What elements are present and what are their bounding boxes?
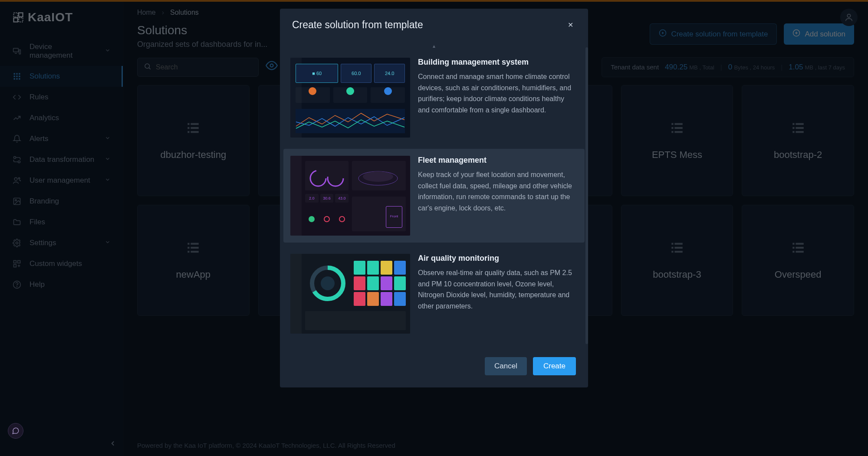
template-title: Building management system	[418, 58, 576, 67]
modal-scrollbar[interactable]	[585, 47, 588, 344]
template-description: Observe real-time air quality data, such…	[418, 267, 576, 312]
template-option[interactable]: ■ 6060.024.0 Building management system …	[283, 51, 585, 144]
svg-point-112	[328, 171, 343, 186]
modal-create-button[interactable]: Create	[533, 357, 576, 375]
modal-title: Create solution from template	[292, 19, 423, 31]
template-description: Connect and manage smart home climate co…	[418, 71, 576, 115]
modal-close-button[interactable]: ✕	[565, 19, 576, 31]
chat-support-button[interactable]	[8, 423, 23, 439]
create-solution-modal: Create solution from template ✕ ▴ ■ 6060…	[280, 9, 588, 387]
scroll-up-indicator: ▴	[283, 43, 585, 51]
svg-point-111	[310, 171, 326, 186]
template-thumbnail: 2.030.643.0 Front	[290, 156, 410, 236]
template-title: Air quality monitoring	[418, 254, 576, 263]
modal-overlay[interactable]: Create solution from template ✕ ▴ ■ 6060…	[0, 0, 868, 456]
svg-point-117	[321, 276, 335, 290]
template-thumbnail: ■ 6060.024.0	[290, 58, 410, 138]
template-option[interactable]: 2.030.643.0 Front Fleet management Keep …	[283, 149, 585, 243]
modal-cancel-button[interactable]: Cancel	[485, 357, 527, 375]
template-description: Keep track of your fleet location and mo…	[418, 169, 576, 213]
template-title: Fleet management	[418, 156, 576, 165]
template-thumbnail	[290, 254, 410, 334]
template-option[interactable]: Air quality monitoring Observe real-time…	[283, 247, 585, 341]
svg-point-114	[363, 171, 393, 182]
